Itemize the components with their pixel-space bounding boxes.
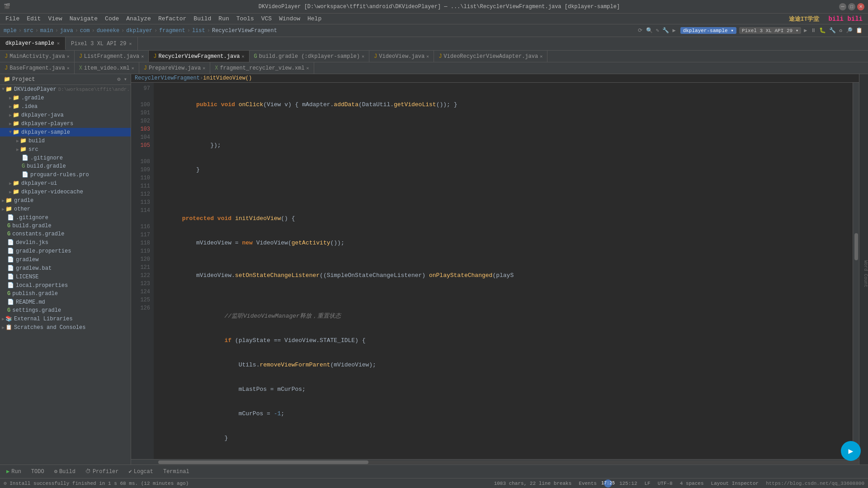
right-sidebar: Word Count — [859, 74, 868, 465]
maximize-button[interactable]: □ — [848, 3, 855, 10]
tree-gitignore-root[interactable]: 📄 .gitignore — [0, 213, 131, 222]
run-tab[interactable]: ▶ Run — [2, 466, 26, 477]
window-title: DKVideoPlayer [D:\workspace\tffit\androi… — [14, 4, 864, 10]
todo-tab[interactable]: TODO — [27, 467, 49, 477]
code-editor[interactable]: public void onClick(View v) { mAdapter.a… — [154, 83, 853, 459]
tree-dkplayer-players[interactable]: ▶ 📁 dkplayer-players — [0, 119, 131, 128]
app-icon: 🎬 — [4, 3, 10, 10]
device-badge[interactable]: Pixel 3 XL API 29 ▾ — [739, 27, 801, 34]
events-badge[interactable]: 17:25 — [604, 479, 612, 488]
status-bar: ⚙ Install successfully finished in 1 s 6… — [0, 478, 868, 488]
nav-com[interactable]: com — [80, 28, 90, 34]
nav-mple[interactable]: mple — [4, 28, 17, 34]
tree-readme[interactable]: 📄 README.md — [0, 298, 131, 306]
nav-list[interactable]: list — [192, 28, 205, 34]
menu-view[interactable]: View — [44, 14, 66, 23]
title-bar: 🎬 DKVideoPlayer [D:\workspace\tffit\andr… — [0, 0, 868, 14]
nav-java[interactable]: java — [60, 28, 73, 34]
tree-scratches[interactable]: ▶ 📋 Scratches and Consoles — [0, 323, 131, 332]
bilibili-float-button[interactable]: ▶ — [841, 441, 861, 461]
nav-recycler[interactable]: RecyclerViewFragment — [212, 28, 277, 34]
tree-devlin[interactable]: 📄 devlin.jks — [0, 238, 131, 247]
dkplayer-sample-badge[interactable]: dkplayer-sample ▾ — [680, 27, 736, 34]
tree-gradle-root[interactable]: ▶ 📁 gradle — [0, 196, 131, 205]
scrollbar-thumb[interactable] — [854, 233, 858, 260]
tree-constants[interactable]: G constants.gradle — [0, 230, 131, 238]
h-scrollbar-thumb[interactable] — [158, 460, 368, 464]
tree-gitignore-sample[interactable]: 📄 .gitignore — [0, 154, 131, 162]
file-tab-bar: J MainActivity.java ✕ J ListFragment.jav… — [0, 51, 868, 62]
terminal-tab[interactable]: Terminal — [159, 467, 194, 477]
tree-gradlew-bat[interactable]: 📄 gradlew.bat — [0, 264, 131, 272]
project-sidebar: 📁 Project ⚙ ▾ ▼ 📁 DKVideoPlayer D:\works… — [0, 74, 131, 465]
menu-vcs[interactable]: VCS — [258, 14, 275, 23]
editor-wrapper: RecyclerViewFragment › initVideoView() 9… — [131, 74, 868, 465]
menu-tools[interactable]: Tools — [233, 14, 258, 23]
status-events[interactable]: Events — [579, 481, 597, 486]
menu-edit[interactable]: Edit — [23, 14, 44, 23]
menu-run[interactable]: Run — [215, 14, 232, 23]
tree-buildgradle-sample[interactable]: G build.gradle — [0, 162, 131, 170]
sidebar-actions: ⚙ ▾ — [117, 76, 127, 83]
menu-code[interactable]: Code — [101, 14, 123, 23]
tab-videoview[interactable]: J VideoView.java ✕ — [369, 51, 434, 62]
tab-videorecyclerview[interactable]: J VideoRecyclerViewAdapter.java ✕ — [434, 51, 547, 62]
editor-breadcrumb: RecyclerViewFragment › initVideoView() — [131, 74, 859, 83]
tree-license[interactable]: 📄 LICENSE — [0, 272, 131, 281]
tab-dkplayer-sample[interactable]: dkplayer-sample ✕ — [0, 37, 66, 50]
tree-idea[interactable]: ▶ 📁 .idea — [0, 102, 131, 111]
build-tab[interactable]: ⚙ Build — [50, 466, 80, 477]
toolbar-icons: ▶ ⏸ 🐛 🔧 ♻ 🔎 📋 — [804, 27, 863, 34]
nav-src[interactable]: src — [24, 28, 33, 34]
tree-other[interactable]: ▶ 📁 other — [0, 205, 131, 213]
menu-file[interactable]: File — [2, 14, 23, 23]
menu-analyze[interactable]: Analyze — [123, 14, 155, 23]
horizontal-scrollbar[interactable] — [131, 459, 859, 465]
tree-dkplayer-java[interactable]: ▶ 📁 dkplayer-java — [0, 111, 131, 119]
menu-window[interactable]: Window — [275, 14, 304, 23]
code-container[interactable]: 97 100 101 102 103 104 105 108 109 110 1… — [131, 83, 859, 459]
menu-refactor[interactable]: Refactor — [155, 14, 190, 23]
menu-build[interactable]: Build — [190, 14, 215, 23]
tree-proguard[interactable]: 📄 proguard-rules.pro — [0, 170, 131, 179]
tree-dkplayer-sample[interactable]: ▼ 📁 dkplayer-sample — [0, 128, 131, 136]
tree-buildgradle-root[interactable]: G build.gradle — [0, 222, 131, 230]
tree-dkplayer-videocache[interactable]: ▶ 📁 dkplayer-videocache — [0, 188, 131, 196]
tree-gradle[interactable]: ▶ 📁 .gradle — [0, 94, 131, 102]
tab-itemvideo[interactable]: X item_video.xml ✕ — [75, 62, 139, 74]
tree-settings-gradle[interactable]: G settings.gradle — [0, 306, 131, 314]
tree-build[interactable]: ▶ 📁 build — [0, 136, 131, 145]
tree-dkvideoplaer[interactable]: ▼ 📁 DKVideoPlayer D:\workspace\tffit\and… — [0, 85, 131, 94]
tab-listfragment[interactable]: J ListFragment.java ✕ — [75, 51, 149, 62]
menu-help[interactable]: Help — [304, 14, 325, 23]
tab-pixel[interactable]: Pixel 3 XL API 29 ✕ — [66, 37, 137, 50]
tree-dkplayer-ui[interactable]: ▶ 📁 dkplayer-ui — [0, 179, 131, 188]
tab-recyclerviewfragment[interactable]: J RecyclerViewFragment.java ✕ — [149, 51, 249, 62]
minimize-button[interactable]: ─ — [839, 3, 846, 10]
tab-fragmentrecyclerview[interactable]: X fragment_recycler_view.xml ✕ — [210, 62, 314, 74]
tab-basefragment[interactable]: J BaseFragment.java ✕ — [0, 62, 75, 74]
nav-dueeeke[interactable]: dueeeke — [97, 28, 119, 34]
close-button[interactable]: ✕ — [857, 3, 864, 10]
layout-inspector[interactable]: Layout Inspector — [711, 481, 759, 486]
tree-gradlew[interactable]: 📄 gradlew — [0, 255, 131, 264]
vertical-scrollbar[interactable] — [853, 83, 859, 459]
tree-gradle-properties[interactable]: 📄 gradle.properties — [0, 247, 131, 255]
sidebar-title: Project — [12, 76, 35, 83]
file-tab-bar-2: J BaseFragment.java ✕ X item_video.xml ✕… — [0, 62, 868, 74]
status-link: https://blog.csdn.net/qq_33608800 — [766, 481, 864, 486]
tree-external-libs[interactable]: ▶ 📚 External Libraries — [0, 314, 131, 323]
tree-src[interactable]: ▶ 📁 src — [0, 145, 131, 154]
tab-mainactivity[interactable]: J MainActivity.java ✕ — [0, 51, 75, 62]
tree-local-properties[interactable]: 📄 local.properties — [0, 281, 131, 290]
menu-navigate[interactable]: Navigate — [66, 14, 101, 23]
nav-main[interactable]: main — [40, 28, 53, 34]
nav-fragment[interactable]: fragment — [159, 28, 185, 34]
nav-dkplayer[interactable]: dkplayer — [126, 28, 152, 34]
tree-publish-gradle[interactable]: G publish.gradle — [0, 290, 131, 298]
logcat-tab[interactable]: ✔ Logcat — [124, 466, 158, 477]
tab-buildgradle[interactable]: G build.gradle (:dkplayer-sample) ✕ — [250, 51, 369, 62]
profiler-tab[interactable]: ⏱ Profiler — [81, 466, 123, 477]
line-numbers: 97 100 101 102 103 104 105 108 109 110 1… — [131, 83, 154, 459]
tab-prepareview[interactable]: J PrepareView.java ✕ — [139, 62, 210, 74]
